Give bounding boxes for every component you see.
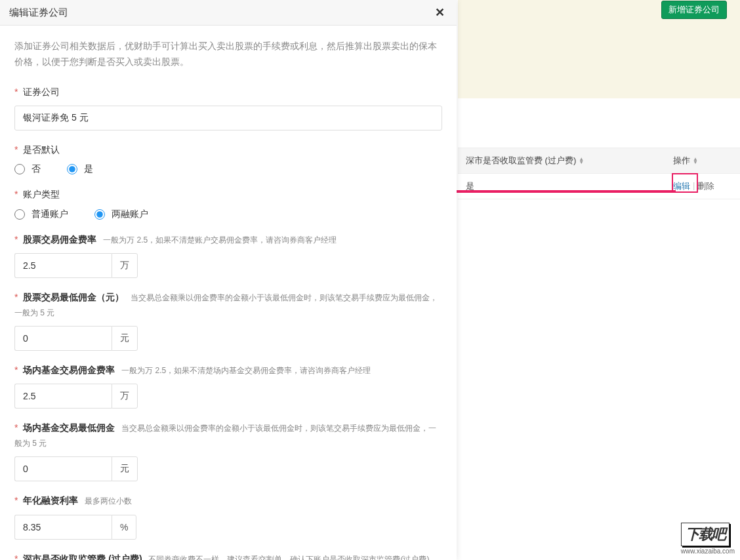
radio-label-margin: 两融账户 — [112, 209, 148, 220]
label-text: 深市是否收取监管费 (过户费) — [23, 553, 142, 561]
label-text: 证券公司 — [23, 87, 60, 97]
annual-rate-input[interactable] — [14, 515, 112, 540]
bg-table: 深市是否收取监管费 (过户费) ▲▼ 操作 ▲▼ 是 编辑 | 删除 — [458, 148, 740, 199]
radio-label-yes: 是 — [84, 163, 93, 175]
label-text: 年化融资利率 — [23, 495, 78, 506]
field-fund-min: * 场内基金交易最低佣金 当交易总金额乘以佣金费率的金额小于该最低佣金时，则该笔… — [14, 420, 442, 481]
radio-row: 否 是 — [14, 163, 442, 175]
input-group: 元 — [14, 456, 442, 481]
watermark: 下载吧 www.xiazaiba.com — [681, 523, 735, 555]
hint-text: 不同券商收费不一样，建议查看交割单，确认下账户是否收取深市监管费(过户费) — [148, 555, 429, 561]
hint-text: 一般为万 2.5，如果不清楚场内基金交易佣金费率，请咨询券商客户经理 — [121, 366, 371, 375]
table-row: 是 编辑 | 删除 — [458, 174, 740, 199]
label-text: 是否默认 — [23, 144, 60, 155]
field-fund-rate: * 场内基金交易佣金费率 一般为万 2.5，如果不清楚场内基金交易佣金费率，请咨… — [14, 363, 442, 409]
label-shenzhen-fee: * 深市是否收取监管费 (过户费) 不同券商收费不一样，建议查看交割单，确认下账… — [14, 551, 442, 561]
sort-icon: ▲▼ — [693, 157, 698, 164]
suffix-wan: 万 — [112, 384, 138, 409]
required-star: * — [14, 365, 18, 375]
label-fund-rate: * 场内基金交易佣金费率 一般为万 2.5，如果不清楚场内基金交易佣金费率，请咨… — [14, 363, 442, 377]
th-fee-label: 深市是否收取监管费 (过户费) — [466, 155, 576, 167]
required-star: * — [14, 189, 18, 199]
field-account-type: * 账户类型 普通账户 两融账户 — [14, 187, 442, 220]
radio-margin[interactable]: 两融账户 — [94, 209, 148, 220]
bg-banner — [458, 20, 740, 98]
field-is-default: * 是否默认 否 是 — [14, 142, 442, 175]
required-star: * — [14, 553, 18, 561]
input-group: % — [14, 515, 442, 540]
edit-link[interactable]: 编辑 — [673, 180, 690, 192]
suffix-wan: 万 — [112, 253, 138, 278]
required-star: * — [14, 234, 18, 245]
input-group: 元 — [14, 326, 442, 351]
required-star: * — [14, 292, 18, 302]
input-group: 万 — [14, 253, 442, 278]
watermark-logo: 下载吧 — [681, 523, 730, 546]
modal-body: 添加证券公司相关数据后，优财助手可计算出买入卖出股票的手续费或利息，然后推算出股… — [0, 26, 457, 560]
radio-label-normal: 普通账户 — [31, 209, 68, 220]
company-input[interactable] — [14, 106, 442, 130]
th-fee[interactable]: 深市是否收取监管费 (过户费) ▲▼ — [466, 155, 673, 167]
label-company: * 证券公司 — [14, 85, 442, 99]
new-company-button[interactable]: 新增证券公司 — [661, 1, 727, 19]
label-fund-min: * 场内基金交易最低佣金 当交易总金额乘以佣金费率的金额小于该最低佣金时，则该笔… — [14, 420, 442, 450]
radio-no[interactable]: 否 — [14, 163, 41, 175]
radio-normal[interactable]: 普通账户 — [14, 209, 68, 220]
cell-fee: 是 — [466, 180, 673, 192]
label-annual-rate: * 年化融资利率 最多两位小数 — [14, 493, 442, 508]
th-action-label: 操作 — [673, 155, 690, 167]
stock-min-input[interactable] — [14, 326, 112, 351]
label-stock-rate: * 股票交易佣金费率 一般为万 2.5，如果不清楚账户交易佣金费率，请咨询券商客… — [14, 232, 442, 247]
field-annual-rate: * 年化融资利率 最多两位小数 % — [14, 493, 442, 539]
label-text: 场内基金交易最低佣金 — [23, 422, 115, 433]
radio-yes[interactable]: 是 — [67, 163, 93, 175]
label-text: 股票交易最低佣金（元） — [23, 292, 124, 302]
label-account-type: * 账户类型 — [14, 187, 442, 201]
required-star: * — [14, 495, 18, 506]
label-text: 账户类型 — [23, 189, 60, 199]
suffix-yuan: 元 — [112, 456, 138, 481]
hint-text: 最多两位小数 — [85, 496, 132, 506]
cell-action: 编辑 | 删除 — [673, 180, 732, 192]
label-stock-min: * 股票交易最低佣金（元） 当交易总金额乘以佣金费率的金额小于该最低佣金时，则该… — [14, 290, 442, 319]
input-group: 万 — [14, 384, 442, 409]
intro-text: 添加证券公司相关数据后，优财助手可计算出买入卖出股票的手续费或利息，然后推算出股… — [14, 39, 442, 70]
fund-rate-input[interactable] — [14, 384, 112, 409]
field-stock-rate: * 股票交易佣金费率 一般为万 2.5，如果不清楚账户交易佣金费率，请咨询券商客… — [14, 232, 442, 278]
radio-row: 普通账户 两融账户 — [14, 209, 442, 220]
th-action[interactable]: 操作 ▲▼ — [673, 155, 732, 167]
required-star: * — [14, 422, 18, 433]
watermark-url: www.xiazaiba.com — [681, 548, 735, 555]
table-header: 深市是否收取监管费 (过户费) ▲▼ 操作 ▲▼ — [458, 148, 740, 174]
suffix-yuan: 元 — [112, 326, 138, 351]
label-is-default: * 是否默认 — [14, 142, 442, 157]
label-text: 场内基金交易佣金费率 — [23, 365, 115, 375]
radio-input-yes[interactable] — [67, 164, 77, 174]
modal-title: 编辑证券公司 — [9, 7, 68, 19]
field-company: * 证券公司 — [14, 85, 442, 130]
delete-link[interactable]: 删除 — [697, 180, 714, 192]
fund-min-input[interactable] — [14, 456, 112, 481]
required-star: * — [14, 144, 18, 155]
field-shenzhen-fee: * 深市是否收取监管费 (过户费) 不同券商收费不一样，建议查看交割单，确认下账… — [14, 551, 442, 561]
edit-company-modal: 编辑证券公司 ✕ 添加证券公司相关数据后，优财助手可计算出买入卖出股票的手续费或… — [0, 0, 457, 560]
modal-header: 编辑证券公司 ✕ — [0, 0, 457, 26]
divider: | — [693, 180, 695, 192]
radio-label-no: 否 — [31, 163, 41, 175]
radio-input-normal[interactable] — [14, 209, 25, 220]
label-text: 股票交易佣金费率 — [23, 234, 96, 245]
sort-icon: ▲▼ — [579, 157, 584, 164]
close-icon[interactable]: ✕ — [432, 5, 447, 20]
field-stock-min: * 股票交易最低佣金（元） 当交易总金额乘以佣金费率的金额小于该最低佣金时，则该… — [14, 290, 442, 351]
radio-input-no[interactable] — [14, 164, 25, 174]
radio-input-margin[interactable] — [94, 209, 105, 220]
stock-rate-input[interactable] — [14, 253, 112, 278]
bg-topbar: 新增证券公司 — [458, 0, 740, 20]
required-star: * — [14, 87, 18, 97]
hint-text: 一般为万 2.5，如果不清楚账户交易佣金费率，请咨询券商客户经理 — [103, 235, 337, 245]
suffix-percent: % — [112, 515, 136, 540]
